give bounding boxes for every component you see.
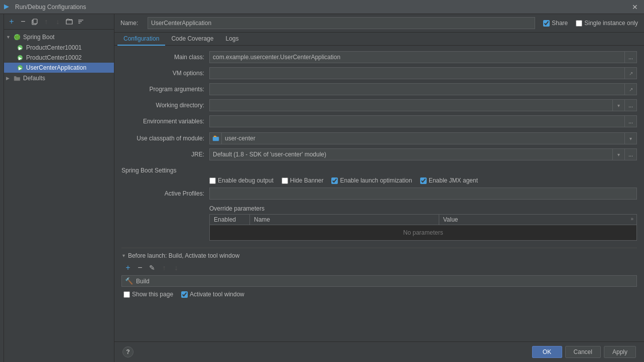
before-launch-up-button[interactable]: ↑ [159,262,170,273]
before-launch-remove-button[interactable]: − [135,262,146,273]
springboot-collapse-arrow: ▼ [6,35,12,40]
move-down-button[interactable]: ↓ [52,16,63,27]
jre-select[interactable]: Default (1.8 - SDK of 'user-center' modu… [209,148,613,160]
program-args-input-wrapper: ↗ [209,83,637,95]
svg-text:▶: ▶ [19,46,22,51]
tabs-bar: Configuration Code Coverage Logs [114,33,644,46]
env-vars-input-wrapper: ... [209,115,637,127]
single-instance-checkbox[interactable] [576,20,582,27]
jre-dots-button[interactable]: ... [625,148,637,160]
tree-item-usercenter[interactable]: ▶ UserCenterApplication [4,63,114,73]
activate-tool-checkbox[interactable] [181,291,188,298]
working-dir-dropdown-button[interactable]: ▾ [613,99,625,111]
tree-item-productcenter1[interactable]: ▶ ProductCenter10001 [4,43,114,53]
left-panel: + − ↑ ↓ ▼ 🌿 Spring Boot [4,14,114,362]
classpath-select[interactable]: user-center [221,132,625,144]
apply-button[interactable]: Apply [604,346,636,358]
before-launch-build-item[interactable]: 🔨 Build [121,275,637,287]
debug-output-label[interactable]: Enable debug output [209,177,274,184]
main-class-dots-button[interactable]: ... [625,51,637,63]
col-name-header: Name [250,215,439,225]
vm-options-row: VM options: ↗ [121,67,637,80]
tree-item-defaults[interactable]: ▶ Defaults [4,73,114,84]
folder-button[interactable] [64,16,75,27]
tree-item-label-1: ProductCenter10001 [26,44,82,51]
name-input[interactable] [148,17,535,29]
window-titlebar: ▶ Run/Debug Configurations ✕ [0,0,644,14]
launch-opt-checkbox[interactable] [331,177,338,184]
single-instance-checkbox-label[interactable]: Single instance only [576,20,638,27]
add-config-button[interactable]: + [6,16,17,27]
before-launch-label: Before launch: Build, Activate tool wind… [128,252,239,259]
move-up-button[interactable]: ↑ [41,16,52,27]
override-params-section: Override parameters Enabled Name Value »… [209,205,637,241]
tab-logs[interactable]: Logs [219,33,244,46]
main-class-input-wrapper: ... [209,51,637,63]
env-vars-dots-button[interactable]: ... [625,115,637,127]
svg-rect-13 [213,137,219,141]
tab-code-coverage[interactable]: Code Coverage [165,33,219,46]
hide-banner-label[interactable]: Hide Banner [282,177,324,184]
working-dir-input[interactable] [209,99,613,111]
active-profiles-input[interactable] [209,188,637,200]
hide-banner-checkbox[interactable] [282,177,288,184]
right-panel: Name: Share Single instance only Configu… [114,14,644,362]
override-params-header: Enabled Name Value » [210,215,636,225]
tree-group-springboot[interactable]: ▼ 🌿 Spring Boot [4,32,114,43]
before-launch-header: ▼ Before launch: Build, Activate tool wi… [121,252,637,259]
program-args-input[interactable] [209,83,625,95]
main-class-input[interactable] [209,51,625,63]
window-icon: ▶ [4,3,12,11]
tab-configuration[interactable]: Configuration [117,33,165,46]
defaults-expand-arrow: ▶ [6,76,12,81]
vm-options-input[interactable] [209,67,625,79]
program-args-expand-button[interactable]: ↗ [625,83,637,95]
sort-button[interactable] [75,16,86,27]
copy-config-button[interactable] [29,16,40,27]
springboot-settings-header: Spring Boot Settings [121,167,637,174]
ok-button[interactable]: OK [532,346,562,358]
tree-area: ▼ 🌿 Spring Boot ▶ ProductCenter10001 ▶ P… [4,30,114,362]
jmx-label[interactable]: Enable JMX agent [420,177,478,184]
jmx-checkbox[interactable] [420,177,427,184]
working-dir-row: Working directory: ▾ ... [121,99,637,112]
svg-text:▶: ▶ [19,66,22,71]
show-page-checkbox[interactable] [123,291,130,298]
share-checkbox[interactable] [543,20,550,27]
classpath-dropdown-button[interactable]: ▾ [625,132,637,144]
override-more-btn[interactable]: » [627,215,636,225]
tree-item-label-3: UserCenterApplication [26,64,86,71]
before-launch-down-button[interactable]: ↓ [171,262,182,273]
override-params-empty: No parameters [210,225,636,240]
working-dir-dots-button[interactable]: ... [625,99,637,111]
before-launch-add-button[interactable]: + [122,262,134,273]
before-launch-collapse-arrow[interactable]: ▼ [121,253,126,258]
launch-opt-label[interactable]: Enable launch optimization [331,177,412,184]
svg-text:🌿: 🌿 [14,34,21,41]
springboot-settings-section: Spring Boot Settings Enable debug output… [121,167,637,184]
config-icon-2: ▶ [16,54,24,62]
cancel-button[interactable]: Cancel [565,346,601,358]
remove-config-button[interactable]: − [18,16,29,27]
help-button[interactable]: ? [122,346,134,357]
before-launch-edit-button[interactable]: ✎ [147,262,158,273]
vm-options-expand-button[interactable]: ↗ [625,67,637,79]
ide-side-strip [0,14,4,362]
name-label: Name: [120,20,144,27]
env-vars-row: Environment variables: ... [121,115,637,128]
tree-item-productcenter2[interactable]: ▶ ProductCenter10002 [4,53,114,63]
activate-tool-label[interactable]: Activate tool window [181,291,244,298]
classpath-row: Use classpath of module: user-center ▾ [121,132,637,145]
active-profiles-row: Active Profiles: [121,187,637,200]
jre-dropdown-button[interactable]: ▾ [613,148,625,160]
env-vars-input[interactable] [209,115,625,127]
jre-select-wrapper: Default (1.8 - SDK of 'user-center' modu… [209,148,637,160]
defaults-icon [13,74,21,82]
debug-output-checkbox[interactable] [209,177,216,184]
springboot-icon: 🌿 [13,33,21,41]
show-page-label[interactable]: Show this page [123,291,173,298]
close-button[interactable]: ✕ [630,2,640,12]
jre-label: JRE: [121,151,209,158]
share-checkbox-label[interactable]: Share [543,20,568,27]
svg-rect-1 [33,19,37,24]
